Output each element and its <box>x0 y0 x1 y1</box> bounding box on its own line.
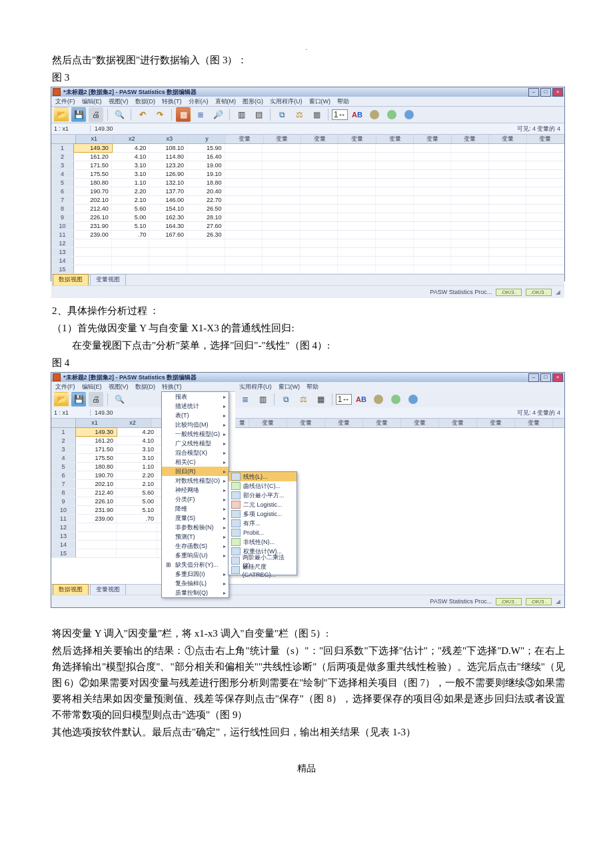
menu-item[interactable]: 预测(T)▸ <box>162 532 229 541</box>
value-labels-icon[interactable]: 1↔ <box>332 107 347 122</box>
print-icon[interactable]: 🖨 <box>89 392 103 407</box>
search-icon[interactable]: 🔍 <box>112 392 127 407</box>
insert-case-icon[interactable]: ▥ <box>234 107 249 122</box>
menu-item[interactable]: 度量(S)▸ <box>162 513 229 523</box>
menu-item[interactable]: 描述统计▸ <box>162 401 229 411</box>
select-cases-icon[interactable]: ▦ <box>309 107 324 122</box>
goto-case-icon[interactable]: ▦ <box>176 107 191 122</box>
weight-icon[interactable]: ⚖ <box>292 107 306 122</box>
save-icon[interactable]: 💾 <box>71 107 86 122</box>
table-row[interactable]: 8212.405.60154.1026.50 <box>51 205 564 213</box>
menu-item[interactable]: 转换(T) <box>159 383 185 391</box>
save-icon[interactable]: 💾 <box>71 392 86 407</box>
tab-variable-view[interactable]: 变量视图 <box>90 274 126 285</box>
table-row[interactable]: 5180.801.10 <box>51 463 161 471</box>
menu-item[interactable]: 混合模型(X)▸ <box>162 448 229 457</box>
select-cases-icon[interactable]: ▦ <box>313 392 328 407</box>
table-row[interactable]: 11239.00.70 <box>51 515 161 523</box>
menu-item[interactable]: 神经网络▸ <box>162 485 229 495</box>
split-file-icon[interactable]: ⧉ <box>279 392 293 407</box>
table-row[interactable]: 12 <box>51 523 161 532</box>
menu-item[interactable]: 一般线性模型(G)▸ <box>162 429 229 439</box>
submenu-item[interactable]: 曲线估计(C)... <box>229 481 297 491</box>
table-row[interactable]: 7202.102.10146.0022.70 <box>51 196 564 205</box>
col-x1[interactable]: x1 <box>76 135 113 143</box>
table-row[interactable]: 6190.702.20137.7020.40 <box>51 187 564 196</box>
split-file-icon[interactable]: ⧉ <box>275 107 289 122</box>
menu-item[interactable]: 帮助 <box>334 97 352 106</box>
menu-item[interactable]: 图形(G) <box>240 97 266 106</box>
circle-icon-1[interactable] <box>367 107 382 122</box>
resize-grip-icon[interactable]: ◢ <box>556 289 560 295</box>
undo-icon[interactable]: ↶ <box>135 107 150 122</box>
menu-item[interactable]: 直销(M) <box>213 97 239 106</box>
table-row[interactable]: 5180.801.10132.1018.80 <box>51 179 564 187</box>
circle-icon-3[interactable] <box>402 107 416 122</box>
table-row[interactable]: 9226.105.00162.3028.10 <box>51 213 564 222</box>
table-row[interactable]: 6190.702.20 <box>51 471 161 480</box>
menu-item[interactable]: 非参数检验(N)▸ <box>162 523 229 532</box>
circle-icon-2[interactable] <box>384 107 399 122</box>
menu-item[interactable]: ⊞缺失值分析(Y)... <box>162 560 229 569</box>
minimize-button[interactable]: – <box>528 88 539 97</box>
table-row[interactable]: 15 <box>51 549 161 558</box>
col-y[interactable]: y <box>189 135 226 143</box>
col-x3[interactable]: x3 <box>151 135 188 143</box>
table-row[interactable]: 4175.503.10126.9019.10 <box>51 170 564 179</box>
table-row[interactable]: 14 <box>51 257 564 265</box>
analysis-menu[interactable]: 报表▸描述统计▸表(T)▸比较均值(M)▸一般线性模型(G)▸广义线性模型▸混合… <box>161 391 229 598</box>
circle-icon-1[interactable] <box>371 392 386 407</box>
menu-item[interactable]: 窗口(W) <box>306 97 334 106</box>
menu-item[interactable]: 实用程序(U) <box>267 97 305 106</box>
close-button[interactable]: × <box>552 88 563 97</box>
menu-item[interactable]: 编辑(E) <box>79 383 105 391</box>
menu-item[interactable]: 编辑(E) <box>79 97 105 106</box>
redo-icon[interactable]: ↷ <box>153 107 167 122</box>
find-icon[interactable]: 🔎 <box>211 107 225 122</box>
col-x2[interactable]: x2 <box>113 135 151 143</box>
regression-submenu[interactable]: 线性(L)...曲线估计(C)...部分最小平方...二元 Logistic..… <box>228 471 297 575</box>
menu-item[interactable]: 分类(F)▸ <box>162 495 229 504</box>
table-row[interactable]: 9226.105.00 <box>51 497 161 506</box>
variables-icon[interactable]: ≣ <box>193 107 208 122</box>
menu-item[interactable]: 相关(C)▸ <box>162 457 229 467</box>
col-x1[interactable]: x1 <box>76 419 114 427</box>
table-row[interactable]: 2161.204.10 <box>51 437 161 445</box>
table-row[interactable]: 14 <box>51 541 161 549</box>
circle-icon-3[interactable] <box>406 392 420 407</box>
menu-item[interactable]: 视图(V) <box>106 97 131 106</box>
cell-value[interactable]: 149.30 <box>91 125 117 132</box>
table-row[interactable]: 12 <box>51 239 564 248</box>
cell-value[interactable]: 149.30 <box>91 409 117 416</box>
insert-var-icon[interactable]: ▤ <box>251 107 266 122</box>
table-row[interactable]: 2161.204.10114.8016.40 <box>51 153 564 161</box>
print-icon[interactable]: 🖨 <box>89 107 103 122</box>
table-row[interactable]: 4175.503.10 <box>51 454 161 463</box>
table-row[interactable]: 7202.102.10 <box>51 480 161 489</box>
menu-item[interactable]: 报表▸ <box>162 392 229 401</box>
tab-variable-view[interactable]: 变量视图 <box>90 584 126 595</box>
submenu-item[interactable]: 非线性(N)... <box>229 537 297 547</box>
tab-data-view[interactable]: 数据视图 <box>53 274 89 285</box>
submenu-item[interactable]: 最佳尺度(CATREG)... <box>229 565 297 575</box>
menu-item[interactable]: 质量控制(Q)▸ <box>162 588 229 597</box>
font-icon[interactable]: AB <box>354 392 368 407</box>
table-row[interactable]: 3171.503.10123.2019.00 <box>51 161 564 170</box>
menu-item[interactable]: 文件(F) <box>53 383 78 391</box>
table-row[interactable]: 11239.00.70167.6026.30 <box>51 231 564 239</box>
menu-item[interactable]: 转换(T) <box>159 97 185 106</box>
search-icon[interactable]: 🔍 <box>112 107 127 122</box>
submenu-item[interactable]: Probit... <box>229 528 297 537</box>
table-row[interactable]: 1149.304.20108.1015.90 <box>51 144 564 153</box>
value-labels-icon[interactable]: 1↔ <box>336 392 351 407</box>
submenu-item[interactable]: 有序... <box>229 519 297 528</box>
menu-item[interactable]: 比较均值(M)▸ <box>162 420 229 429</box>
submenu-item[interactable]: 线性(L)... <box>229 472 297 481</box>
maximize-button[interactable]: □ <box>540 373 551 382</box>
table-row[interactable]: 8212.405.60 <box>51 489 161 497</box>
table-row[interactable]: 13 <box>51 248 564 257</box>
open-icon[interactable]: 📂 <box>54 107 69 122</box>
menu-item[interactable]: 视图(V) <box>106 383 131 391</box>
table-row[interactable]: 3171.503.10 <box>51 445 161 454</box>
open-icon[interactable]: 📂 <box>54 392 69 407</box>
